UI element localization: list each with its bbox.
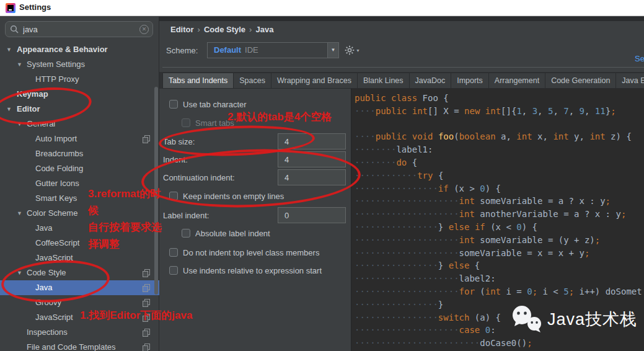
sidebar-item-coffeescript[interactable]: CoffeeScript — [0, 236, 159, 251]
annotation-note-reformat: 3.reformat的时 — [88, 187, 161, 201]
scheme-dropdown-arrow[interactable]: ▼ — [327, 42, 339, 58]
expand-arrow-icon[interactable]: ▼ — [17, 206, 22, 221]
breadcrumb-separator: › — [194, 25, 204, 34]
copy-icon — [143, 135, 150, 143]
copy-icon — [143, 344, 150, 351]
tab-tabs-and-indents[interactable]: Tabs and Indents — [162, 73, 234, 89]
sidebar-item-label: Color Scheme — [27, 206, 77, 221]
code-line: ················if (x > 0) { — [355, 182, 644, 195]
copy-icon — [143, 284, 150, 292]
sidebar-item-label: JavaScript — [35, 310, 73, 325]
sidebar-item-label: Breadcrumbs — [35, 146, 83, 161]
use-tab-character-label[interactable]: Use tab character — [183, 100, 247, 109]
tab-spaces[interactable]: Spaces — [234, 73, 271, 89]
indents-relative-label[interactable]: Use indents relative to expression start — [183, 266, 322, 275]
sidebar-item-http-proxy[interactable]: HTTP Proxy — [0, 72, 159, 87]
tab-code-generation[interactable]: Code Generation — [545, 73, 616, 89]
set-from-link[interactable]: Se — [635, 54, 644, 63]
sidebar-item-code-folding[interactable]: Code Folding — [0, 161, 159, 176]
sidebar-item-system-settings[interactable]: ▼System Settings — [0, 57, 159, 72]
sidebar-item-auto-import[interactable]: Auto Import — [0, 131, 159, 146]
annotation-note-reformat: 择调整 — [88, 237, 120, 251]
smart-tabs-checkbox[interactable] — [182, 118, 190, 127]
code-line: ····················int someVariable = (… — [355, 234, 644, 247]
sidebar-item-label: Java — [35, 221, 52, 236]
no-indent-top-level-checkbox[interactable] — [169, 248, 178, 257]
absolute-label-indent-checkbox[interactable] — [182, 229, 190, 238]
sidebar-item-color-scheme[interactable]: ▼Color Scheme — [0, 206, 159, 221]
code-line: ················} else if (x < 0) { — [355, 221, 644, 234]
copy-icon — [143, 269, 150, 277]
indents-relative-checkbox[interactable] — [169, 266, 178, 275]
sidebar-item-label: Code Folding — [35, 161, 83, 176]
code-line — [355, 118, 644, 131]
header-separator — [162, 67, 644, 68]
tab-java-ee-na[interactable]: Java EE Na — [616, 73, 644, 89]
sidebar-item-label: File and Code Templates — [27, 340, 116, 351]
code-line: ········do { — [355, 156, 644, 169]
wechat-icon — [511, 305, 543, 334]
sidebar-item-label: Auto Import — [35, 131, 77, 146]
search-icon — [10, 25, 19, 34]
clear-search-icon[interactable]: ✕ — [139, 25, 149, 34]
scheme-suffix: IDE — [241, 45, 258, 55]
scheme-gear-button[interactable]: ▼ — [345, 45, 361, 56]
watermark-text: Java技术栈 — [547, 308, 637, 331]
annotation-note-reformat: 候 — [88, 203, 99, 218]
annotation-note-reformat: 自行按着要求选 — [88, 220, 162, 234]
code-line: ········label1: — [355, 143, 644, 156]
settings-sidebar: ✕ ▼Appearance & Behavior▼System Settings… — [0, 17, 159, 351]
code-line: ····public void foo(boolean a, int x, in… — [355, 130, 644, 143]
scheme-value: Default — [214, 45, 241, 55]
label-indent-label: Label indent: — [163, 211, 209, 220]
code-line: ····················int anotherVariable … — [355, 208, 644, 221]
sidebar-item-inspections[interactable]: Inspections — [0, 325, 159, 340]
code-line: public class Foo { — [355, 92, 644, 105]
gear-icon — [345, 45, 355, 55]
scheme-dropdown[interactable]: DefaultIDE — [207, 42, 327, 58]
sidebar-item-label: Smart Keys — [35, 191, 77, 206]
settings-dialog: Settings ✕ ▼Appearance & Behavior▼System… — [0, 0, 644, 351]
search-input[interactable] — [23, 22, 138, 36]
breadcrumb-editor: Editor — [170, 25, 194, 34]
breadcrumb-java: Java — [255, 25, 273, 34]
code-line: ····················int someVariable = a… — [355, 195, 644, 208]
sidebar-item-file-and-code-templates[interactable]: File and Code Templates — [0, 340, 159, 351]
code-line: ············try { — [355, 169, 644, 182]
scheme-label: Scheme: — [166, 46, 198, 55]
tab-arrangement[interactable]: Arrangement — [489, 73, 545, 89]
watermark: Java技术栈 — [511, 305, 637, 334]
breadcrumb: Editor›Code Style›Java — [170, 25, 273, 34]
intellij-logo-icon — [6, 3, 15, 13]
settings-search-box[interactable]: ✕ — [5, 21, 153, 37]
window-title: Settings — [19, 2, 51, 12]
tab-wrapping-and-braces[interactable]: Wrapping and Braces — [271, 73, 358, 89]
sidebar-item-appearance-behavior[interactable]: ▼Appearance & Behavior — [0, 42, 159, 57]
code-line: ························doCase0(); — [355, 337, 644, 350]
expand-arrow-icon[interactable]: ▼ — [17, 57, 22, 72]
copy-icon — [143, 299, 150, 307]
tab-javadoc[interactable]: JavaDoc — [410, 73, 452, 89]
breadcrumb-code-style: Code Style — [204, 25, 245, 34]
tab-imports[interactable]: Imports — [451, 73, 489, 89]
sidebar-item-label: Gutter Icons — [35, 176, 79, 191]
code-line: ····················someVariable = x = x… — [355, 247, 644, 260]
code-style-tabbar: Tabs and IndentsSpacesWrapping and Brace… — [159, 72, 644, 89]
sidebar-item-label: HTTP Proxy — [35, 72, 79, 87]
sidebar-item-breadcrumbs[interactable]: Breadcrumbs — [0, 146, 159, 161]
code-line: ················} else { — [355, 259, 644, 272]
absolute-label-indent-label[interactable]: Absolute label indent — [195, 229, 270, 238]
annotation-note-find-java: 1.找到Editor下面的java — [80, 308, 192, 322]
tab-blank-lines[interactable]: Blank Lines — [358, 73, 410, 89]
expand-arrow-icon[interactable]: ▼ — [6, 42, 12, 57]
sidebar-item-label: System Settings — [27, 57, 85, 72]
label-indent-input[interactable] — [278, 207, 346, 223]
code-line: ····················for (int i = 0; i < … — [355, 285, 644, 298]
code-line: ····public int[] X = new int[]{1, 3, 5, … — [355, 105, 644, 118]
annotation-note-tab: 2.默认的tab是4个空格 — [227, 110, 332, 124]
breadcrumb-separator: › — [245, 25, 255, 34]
use-tab-character-checkbox[interactable] — [169, 100, 178, 109]
copy-icon — [143, 329, 150, 337]
no-indent-top-level-label[interactable]: Do not indent top level class members — [183, 248, 319, 257]
sidebar-item-label: CoffeeScript — [35, 236, 79, 251]
